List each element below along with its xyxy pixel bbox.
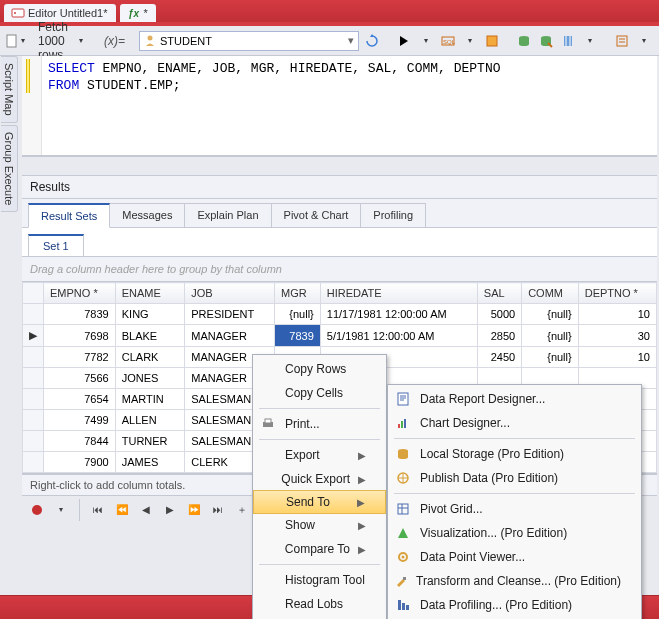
submenu-chart-designer[interactable]: Chart Designer...: [388, 411, 641, 435]
menu-copy-cells[interactable]: Copy Cells: [253, 381, 386, 405]
cell-empno[interactable]: 7654: [44, 389, 116, 410]
menu-histogram[interactable]: Histogram Tool: [253, 568, 386, 592]
cell-empno[interactable]: 7566: [44, 368, 116, 389]
table-row[interactable]: ▶7698BLAKEMANAGER78395/1/1981 12:00:00 A…: [23, 325, 657, 347]
tool-1-dropdown[interactable]: ▾: [635, 31, 653, 51]
nav-prev[interactable]: ◀: [137, 501, 155, 519]
editor-gutter: [22, 56, 42, 155]
fx-toolbar-label[interactable]: (x)=: [104, 34, 125, 48]
menu-copy-rows[interactable]: Copy Rows: [253, 357, 386, 381]
refresh-icon[interactable]: [363, 31, 381, 51]
db-icon-1[interactable]: [515, 31, 533, 51]
cell-ename[interactable]: TURNER: [115, 431, 185, 452]
cell-comm[interactable]: {null}: [522, 304, 579, 325]
submenu-transform-cleanse[interactable]: Transform and Cleanse... (Pro Edition): [388, 569, 641, 593]
cell-empno[interactable]: 7782: [44, 347, 116, 368]
col-job[interactable]: JOB: [185, 283, 275, 304]
cell-ename[interactable]: MARTIN: [115, 389, 185, 410]
group-by-hint[interactable]: Drag a column header here to group by th…: [22, 256, 657, 282]
cell-mgr[interactable]: {null}: [275, 304, 321, 325]
tab-explain-plan[interactable]: Explain Plan: [184, 203, 271, 227]
sql-editor[interactable]: SELECT EMPNO, ENAME, JOB, MGR, HIREDATE,…: [22, 56, 657, 156]
menu-send-to[interactable]: Send To▶: [253, 490, 386, 514]
submenu-data-profiling[interactable]: Data Profiling... (Pro Edition): [388, 593, 641, 617]
db-icon-2[interactable]: [537, 31, 555, 51]
run-dropdown[interactable]: ▾: [417, 31, 435, 51]
file-tab-fx[interactable]: ƒx *: [120, 4, 156, 22]
cell-empno[interactable]: 7499: [44, 410, 116, 431]
nav-next-page[interactable]: ⏩: [185, 501, 203, 519]
cell-ename[interactable]: JONES: [115, 368, 185, 389]
cell-sal[interactable]: 5000: [477, 304, 521, 325]
nav-add[interactable]: ＋: [233, 501, 251, 519]
set-tab-1[interactable]: Set 1: [28, 234, 84, 256]
explain-icon[interactable]: [483, 31, 501, 51]
cell-comm[interactable]: {null}: [522, 325, 579, 347]
debug-dropdown[interactable]: ▾: [581, 31, 599, 51]
menu-quick-export[interactable]: Quick Export▶: [253, 467, 386, 491]
tab-profiling[interactable]: Profiling: [360, 203, 426, 227]
col-hiredate[interactable]: HIREDATE: [320, 283, 477, 304]
svg-point-3: [148, 35, 153, 40]
tab-messages[interactable]: Messages: [109, 203, 185, 227]
nav-first[interactable]: ⏮: [89, 501, 107, 519]
menu-show[interactable]: Show▶: [253, 513, 386, 537]
submenu-visualization[interactable]: Visualization... (Pro Edition): [388, 521, 641, 545]
cell-empno[interactable]: 7844: [44, 431, 116, 452]
col-deptno[interactable]: DEPTNO *: [578, 283, 656, 304]
table-row[interactable]: 7839KINGPRESIDENT{null}11/17/1981 12:00:…: [23, 304, 657, 325]
tab-pivot-chart[interactable]: Pivot & Chart: [271, 203, 362, 227]
cell-empno[interactable]: 7900: [44, 452, 116, 473]
cell-sal[interactable]: 2850: [477, 325, 521, 347]
sql-code[interactable]: SELECT EMPNO, ENAME, JOB, MGR, HIREDATE,…: [42, 56, 506, 155]
fx-icon: ƒx: [128, 7, 140, 19]
record-dropdown[interactable]: ▾: [52, 501, 70, 519]
cell-ename[interactable]: CLARK: [115, 347, 185, 368]
side-tab-script-map[interactable]: Script Map: [1, 56, 18, 123]
nav-prev-page[interactable]: ⏪: [113, 501, 131, 519]
nav-next[interactable]: ▶: [161, 501, 179, 519]
tab-result-sets[interactable]: Result Sets: [28, 203, 110, 228]
side-tab-group-execute[interactable]: Group Execute: [1, 125, 18, 212]
col-comm[interactable]: COMM: [522, 283, 579, 304]
file-tab-label: Editor Untitled1*: [28, 7, 108, 19]
menu-print[interactable]: Print...: [253, 412, 386, 436]
menu-export[interactable]: Export▶: [253, 443, 386, 467]
cell-deptno[interactable]: 30: [578, 325, 656, 347]
submenu-publish-data[interactable]: Publish Data (Pro Edition): [388, 466, 641, 490]
col-ename[interactable]: ENAME: [115, 283, 185, 304]
col-mgr[interactable]: MGR: [275, 283, 321, 304]
col-empno[interactable]: EMPNO *: [44, 283, 116, 304]
sql-tool-icon[interactable]: SQL: [439, 31, 457, 51]
submenu-local-storage[interactable]: Local Storage (Pro Edition): [388, 442, 641, 466]
col-sal[interactable]: SAL: [477, 283, 521, 304]
cell-hiredate[interactable]: 11/17/1981 12:00:00 AM: [320, 304, 477, 325]
cell-ename[interactable]: JAMES: [115, 452, 185, 473]
cell-sal[interactable]: 2450: [477, 347, 521, 368]
schema-select[interactable]: STUDENT ▾: [139, 31, 359, 51]
cell-comm[interactable]: {null}: [522, 347, 579, 368]
cell-deptno[interactable]: 10: [578, 304, 656, 325]
fetch-dropdown[interactable]: ▾: [72, 31, 90, 51]
cell-hiredate[interactable]: 5/1/1981 12:00:00 AM: [320, 325, 477, 347]
cell-deptno[interactable]: 10: [578, 347, 656, 368]
menu-compare-to[interactable]: Compare To▶: [253, 537, 386, 561]
debug-icon[interactable]: [559, 31, 577, 51]
new-doc-dropdown[interactable]: ▾: [6, 31, 24, 51]
cell-ename[interactable]: BLAKE: [115, 325, 185, 347]
submenu-data-report-designer[interactable]: Data Report Designer...: [388, 387, 641, 411]
submenu-data-point-viewer[interactable]: Data Point Viewer...: [388, 545, 641, 569]
cell-empno[interactable]: 7698: [44, 325, 116, 347]
cell-empno[interactable]: 7839: [44, 304, 116, 325]
cell-ename[interactable]: ALLEN: [115, 410, 185, 431]
cell-mgr[interactable]: 7839: [275, 325, 321, 347]
cell-job[interactable]: MANAGER: [185, 325, 275, 347]
run-icon[interactable]: [395, 31, 413, 51]
nav-last[interactable]: ⏭: [209, 501, 227, 519]
sql-tool-dropdown[interactable]: ▾: [461, 31, 479, 51]
cell-ename[interactable]: KING: [115, 304, 185, 325]
tool-icon-1[interactable]: [613, 31, 631, 51]
submenu-pivot-grid[interactable]: Pivot Grid...: [388, 497, 641, 521]
cell-job[interactable]: PRESIDENT: [185, 304, 275, 325]
menu-read-lobs[interactable]: Read Lobs: [253, 592, 386, 616]
